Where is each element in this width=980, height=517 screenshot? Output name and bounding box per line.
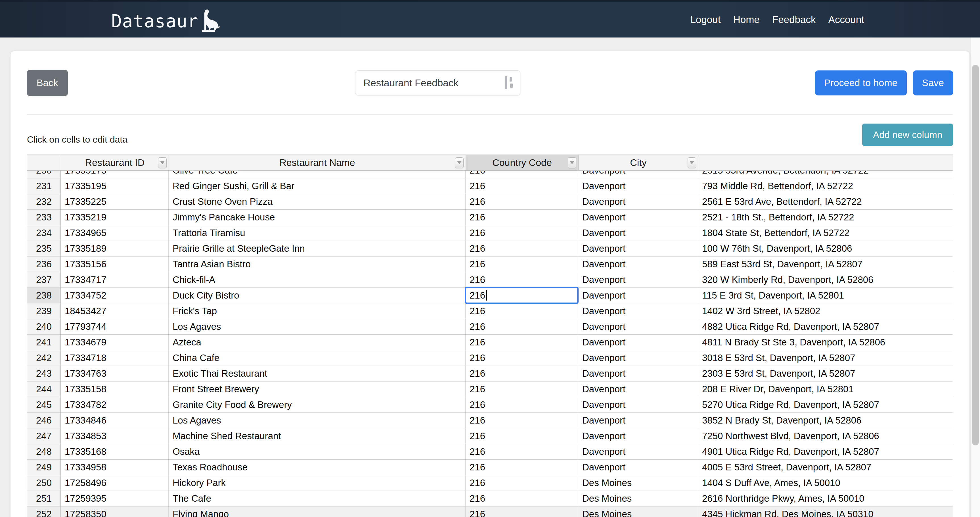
row-number[interactable]: 232 <box>27 194 61 210</box>
cell-country-code[interactable]: 216 <box>466 303 578 319</box>
cell-restaurant-name[interactable]: Flying Mango <box>169 506 466 517</box>
column-header-country-code[interactable]: Country Code <box>466 155 579 171</box>
cell-address[interactable]: 2521 - 18th St., Bettendorf, IA 52722 <box>698 210 953 225</box>
cell-restaurant-name[interactable]: Exotic Thai Restaurant <box>169 366 466 381</box>
cell-restaurant-name[interactable]: Hickory Park <box>169 475 466 491</box>
cell-restaurant-id[interactable]: 17335156 <box>61 257 169 272</box>
row-number[interactable]: 240 <box>27 319 61 335</box>
nav-link-home[interactable]: Home <box>733 14 759 25</box>
cell-country-code[interactable]: 216 <box>466 288 578 303</box>
cell-country-code[interactable]: 216 <box>466 444 578 460</box>
cell-restaurant-id[interactable]: 17335225 <box>61 194 169 210</box>
save-button[interactable]: Save <box>913 70 953 96</box>
cell-city[interactable]: Davenport <box>578 257 698 272</box>
cell-address[interactable]: 5270 Utica Ridge Rd, Davenport, IA 52807 <box>698 397 953 413</box>
cell-country-code[interactable]: 216 <box>466 428 578 444</box>
cell-city[interactable]: Des Moines <box>578 506 698 517</box>
cell-restaurant-name[interactable]: Chick-fil-A <box>169 272 466 288</box>
cell-address[interactable]: 3852 N Brady St, Davenport, IA 52806 <box>698 413 953 428</box>
proceed-to-home-button[interactable]: Proceed to home <box>815 70 907 96</box>
cell-address[interactable]: 2616 Northridge Pkwy, Ames, IA 50010 <box>698 491 953 506</box>
cell-address[interactable]: 4345 Hickman Rd, Des Moines, IA 50310 <box>698 506 953 517</box>
cell-restaurant-name[interactable]: Osaka <box>169 444 466 460</box>
cell-restaurant-id[interactable]: 18453427 <box>61 303 169 319</box>
cell-restaurant-id[interactable]: 17334853 <box>61 428 169 444</box>
cell-restaurant-id[interactable]: 17334958 <box>61 460 169 475</box>
cell-country-code[interactable]: 216 <box>466 475 578 491</box>
cell-restaurant-name[interactable]: Trattoria Tiramisu <box>169 225 466 241</box>
row-number[interactable]: 248 <box>27 444 61 460</box>
cell-city[interactable]: Davenport <box>578 366 698 381</box>
cell-address[interactable]: 100 W 76th St, Davenport, IA 52806 <box>698 241 953 257</box>
row-number[interactable]: 246 <box>27 413 61 428</box>
cell-address[interactable]: 589 East 53rd St, Davenport, IA 52807 <box>698 257 953 272</box>
filter-dropdown-button[interactable] <box>455 157 464 168</box>
column-header-city[interactable]: City <box>579 155 698 171</box>
cell-address[interactable]: 208 E River Dr, Davenport, IA 52801 <box>698 381 953 397</box>
cell-city[interactable]: Davenport <box>578 171 698 179</box>
cell-city[interactable]: Davenport <box>578 225 698 241</box>
cell-restaurant-id[interactable]: 17335173 <box>61 171 169 179</box>
cell-restaurant-id[interactable]: 17335195 <box>61 179 169 194</box>
cell-restaurant-id[interactable]: 17334718 <box>61 350 169 366</box>
cell-city[interactable]: Davenport <box>578 194 698 210</box>
cell-city[interactable]: Davenport <box>578 179 698 194</box>
cell-address[interactable]: 320 W Kimberly Rd, Davenport, IA 52806 <box>698 272 953 288</box>
cell-country-code[interactable]: 216 <box>466 506 578 517</box>
row-number[interactable]: 245 <box>27 397 61 413</box>
row-number[interactable]: 234 <box>27 225 61 241</box>
cell-city[interactable]: Des Moines <box>578 475 698 491</box>
cell-address[interactable]: 4882 Utica Ridge Rd, Davenport, IA 52807 <box>698 319 953 335</box>
cell-city[interactable]: Davenport <box>578 241 698 257</box>
filter-dropdown-button[interactable] <box>687 157 696 168</box>
cell-address[interactable]: 2561 E 53rd Ave, Bettendorf, IA 52722 <box>698 194 953 210</box>
row-number[interactable]: 247 <box>27 428 61 444</box>
row-number[interactable]: 230 <box>27 171 61 179</box>
row-number[interactable]: 243 <box>27 366 61 381</box>
filter-dropdown-button[interactable] <box>158 157 167 168</box>
cell-restaurant-id[interactable]: 17335189 <box>61 241 169 257</box>
cell-restaurant-name[interactable]: Jimmy's Pancake House <box>169 210 466 225</box>
cell-restaurant-name[interactable]: The Cafe <box>169 491 466 506</box>
cell-country-code[interactable]: 216 <box>466 194 578 210</box>
cell-country-code[interactable]: 216 <box>466 171 578 179</box>
cell-address[interactable]: 115 E 3rd St, Davenport, IA 52801 <box>698 288 953 303</box>
back-button[interactable]: Back <box>27 70 68 96</box>
cell-country-code[interactable]: 216 <box>466 210 578 225</box>
row-number[interactable]: 236 <box>27 257 61 272</box>
cell-restaurant-name[interactable]: Azteca <box>169 335 466 350</box>
cell-restaurant-id[interactable]: 17335168 <box>61 444 169 460</box>
cell-address[interactable]: 1404 S Duff Ave, Ames, IA 50010 <box>698 475 953 491</box>
cell-address[interactable]: 1804 State St, Bettendorf, IA 52722 <box>698 225 953 241</box>
cell-restaurant-id[interactable]: 17334752 <box>61 288 169 303</box>
cell-country-code[interactable]: 216 <box>466 413 578 428</box>
row-number[interactable]: 235 <box>27 241 61 257</box>
cell-address[interactable]: 793 Middle Rd, Bettendorf, IA 52722 <box>698 179 953 194</box>
cell-restaurant-id[interactable]: 17335219 <box>61 210 169 225</box>
cell-country-code[interactable]: 216 <box>466 272 578 288</box>
cell-restaurant-name[interactable]: Frick's Tap <box>169 303 466 319</box>
cell-city[interactable]: Davenport <box>578 272 698 288</box>
cell-address[interactable]: 4901 Utica Ridge Rd, Davenport, IA 52807 <box>698 444 953 460</box>
cell-city[interactable]: Davenport <box>578 319 698 335</box>
cell-restaurant-name[interactable]: Granite City Food & Brewery <box>169 397 466 413</box>
cell-restaurant-name[interactable]: Duck City Bistro <box>169 288 466 303</box>
cell-restaurant-name[interactable]: China Cafe <box>169 350 466 366</box>
brand[interactable]: Datasaur <box>111 7 222 32</box>
column-header-restaurant-id[interactable]: Restaurant ID <box>61 155 169 171</box>
row-number[interactable]: 251 <box>27 491 61 506</box>
cell-restaurant-name[interactable]: Los Agaves <box>169 413 466 428</box>
cell-country-code[interactable]: 216 <box>466 366 578 381</box>
cell-restaurant-id[interactable]: 17334679 <box>61 335 169 350</box>
cell-city[interactable]: Davenport <box>578 288 698 303</box>
corner-header-cell[interactable] <box>27 155 61 171</box>
project-name-input[interactable]: Restaurant Feedback <box>355 70 520 96</box>
row-number[interactable]: 250 <box>27 475 61 491</box>
cell-address[interactable]: 3018 E 53rd St, Davenport, IA 52807 <box>698 350 953 366</box>
cell-city[interactable]: Davenport <box>578 413 698 428</box>
cell-city[interactable]: Davenport <box>578 381 698 397</box>
cell-address[interactable]: 2513 53rd Avenue, Bettendorf, IA 52722 <box>698 171 953 179</box>
row-number[interactable]: 239 <box>27 303 61 319</box>
cell-restaurant-id[interactable]: 17334782 <box>61 397 169 413</box>
row-number[interactable]: 238 <box>27 288 61 303</box>
